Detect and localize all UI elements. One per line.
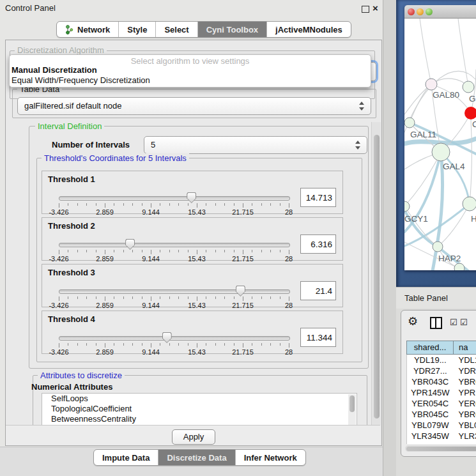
table-cell: YIL052C bbox=[407, 441, 454, 444]
attribute-item-selfloops[interactable]: SelfLoops bbox=[42, 394, 357, 404]
mac-minimize-button[interactable] bbox=[417, 8, 424, 15]
table-row[interactable]: YER054CYER0 bbox=[407, 398, 476, 409]
list-scrollbar-thumb[interactable] bbox=[349, 395, 355, 412]
tick-mark bbox=[105, 343, 105, 348]
table-row[interactable]: YBL079WYBL0 bbox=[407, 420, 476, 431]
algorithm-option-equal-width-frequency-discretization[interactable]: Equal Width/Frequency Discretization bbox=[12, 75, 369, 86]
table-cell: YBR045C bbox=[407, 409, 454, 420]
network-edge[interactable] bbox=[470, 119, 472, 204]
table-row[interactable]: YPR145WYPR1 bbox=[407, 387, 476, 398]
close-icon[interactable]: × bbox=[372, 2, 378, 15]
network-window-titlebar[interactable] bbox=[404, 5, 476, 19]
table-cell: YPR145W bbox=[407, 387, 454, 398]
threshold-value-box[interactable]: 11.344 bbox=[300, 328, 336, 347]
number-of-intervals-combobox[interactable]: 5 bbox=[144, 136, 367, 154]
tick-label: 2.859 bbox=[96, 302, 114, 309]
network-node[interactable] bbox=[454, 263, 464, 270]
tick-mark bbox=[289, 203, 289, 208]
tick-label: 28 bbox=[285, 255, 293, 263]
numerical-attributes-label: Numerical Attributes bbox=[31, 382, 112, 392]
network-node-gcy1[interactable] bbox=[404, 201, 410, 211]
slider-thumb[interactable] bbox=[125, 239, 135, 250]
main-scrollbar-thumb[interactable] bbox=[374, 135, 380, 418]
network-edge[interactable] bbox=[420, 19, 431, 84]
node-label: G. bbox=[469, 94, 476, 104]
algorithm-dropdown-items: Manual DiscretizationEqual Width/Frequen… bbox=[12, 65, 369, 86]
tab-style[interactable]: Style bbox=[119, 22, 156, 37]
slider-thumb[interactable] bbox=[236, 286, 245, 296]
top-tab-bar: NetworkStyleSelectCyni ToolboxjActiveMNo… bbox=[56, 21, 351, 38]
tab-cyni-toolbox[interactable]: Cyni Toolbox bbox=[198, 22, 267, 37]
network-canvas[interactable]: GAL80G.CGAL11GAL4GCY1HHAP2 bbox=[404, 19, 476, 270]
network-node-gal11[interactable] bbox=[404, 118, 415, 128]
tick-label: 15.43 bbox=[188, 348, 206, 356]
checkbox-icon[interactable]: ☑ bbox=[460, 318, 468, 327]
tab-infer-network[interactable]: Infer Network bbox=[236, 450, 305, 465]
tab-network[interactable]: Network bbox=[57, 22, 119, 37]
table-cell: YDR27... bbox=[407, 365, 454, 376]
columns-icon[interactable] bbox=[430, 317, 442, 329]
tick-mark bbox=[96, 296, 96, 299]
table-cell: YLR3 bbox=[454, 431, 476, 441]
mac-zoom-button[interactable] bbox=[426, 8, 433, 15]
network-edge[interactable] bbox=[404, 152, 441, 206]
slider-thumb[interactable] bbox=[187, 192, 196, 203]
numerical-attributes-list[interactable]: SelfLoopsTopologicalCoefficientBetweenne… bbox=[42, 393, 357, 426]
tick-mark bbox=[132, 250, 133, 252]
threshold-value-box[interactable]: 6.316 bbox=[300, 234, 336, 254]
main-scrollbar[interactable] bbox=[371, 122, 381, 425]
panel-divider[interactable] bbox=[383, 0, 396, 476]
tick-label: 2.859 bbox=[96, 348, 114, 356]
tab-impute-data[interactable]: Impute Data bbox=[94, 450, 158, 465]
network-node-c[interactable] bbox=[464, 107, 476, 119]
table-row[interactable]: YDL19...YDL1 bbox=[407, 355, 476, 365]
threshold-value-box[interactable]: 21.4 bbox=[300, 281, 336, 300]
table-row[interactable]: YIL052CYIL0 bbox=[407, 441, 476, 444]
table-row[interactable]: YBR045CYBR0 bbox=[407, 409, 476, 420]
table-row[interactable]: YDR27...YDR2 bbox=[407, 365, 476, 376]
tick-mark bbox=[270, 203, 271, 206]
tab-jactivemnodules[interactable]: jActiveMNodules bbox=[267, 22, 351, 37]
column-header-shared[interactable]: shared... bbox=[406, 341, 453, 355]
tick-label: 15.43 bbox=[188, 208, 206, 216]
table-row[interactable]: YBR043CYBR0 bbox=[407, 376, 476, 387]
slider-track[interactable] bbox=[59, 243, 290, 247]
slider-track[interactable] bbox=[59, 196, 290, 201]
network-node-g[interactable] bbox=[463, 81, 474, 93]
table-cell: YBR0 bbox=[454, 376, 476, 387]
network-node-hap2[interactable] bbox=[433, 242, 443, 252]
attribute-item-betweennesscentrality[interactable]: BetweennessCentrality bbox=[42, 414, 357, 424]
list-scrollbar[interactable] bbox=[348, 394, 356, 425]
tick-mark bbox=[151, 343, 151, 348]
network-node-h[interactable] bbox=[463, 197, 476, 211]
tick-mark bbox=[215, 296, 216, 299]
node-label: H bbox=[471, 214, 476, 224]
tab-select[interactable]: Select bbox=[156, 22, 197, 37]
tab-discretize-data[interactable]: Discretize Data bbox=[158, 450, 235, 465]
table-data-combobox[interactable]: galFiltered.sif default node bbox=[17, 97, 371, 115]
tick-mark bbox=[105, 203, 105, 208]
node-label: C bbox=[472, 119, 476, 129]
network-node-gal80[interactable] bbox=[426, 79, 437, 90]
gear-icon[interactable]: ⚙ bbox=[408, 314, 418, 328]
tick-mark bbox=[68, 203, 68, 206]
checkbox-icon[interactable]: ☑ bbox=[450, 318, 457, 327]
table-hscrollbar[interactable] bbox=[405, 445, 476, 452]
apply-button[interactable]: Apply bbox=[172, 429, 215, 445]
float-window-icon[interactable] bbox=[362, 6, 369, 13]
threshold-value-box[interactable]: 14.713 bbox=[300, 188, 336, 207]
tick-label: -3.426 bbox=[49, 208, 68, 216]
slider-track[interactable] bbox=[59, 289, 290, 294]
slider-thumb[interactable] bbox=[162, 332, 172, 343]
network-node-gal4[interactable] bbox=[432, 143, 450, 161]
mac-close-button[interactable] bbox=[408, 8, 415, 15]
network-edge[interactable] bbox=[458, 19, 468, 87]
tick-mark bbox=[243, 250, 243, 254]
table-hscrollbar-thumb[interactable] bbox=[406, 447, 476, 451]
table-row[interactable]: YLR345WYLR3 bbox=[407, 431, 476, 441]
slider-track[interactable] bbox=[59, 336, 290, 341]
table-cell: YER0 bbox=[454, 398, 476, 409]
algorithm-option-manual-discretization[interactable]: Manual Discretization bbox=[12, 65, 369, 75]
attribute-item-topologicalcoefficient[interactable]: TopologicalCoefficient bbox=[42, 404, 357, 414]
column-header-na[interactable]: na bbox=[453, 341, 476, 355]
